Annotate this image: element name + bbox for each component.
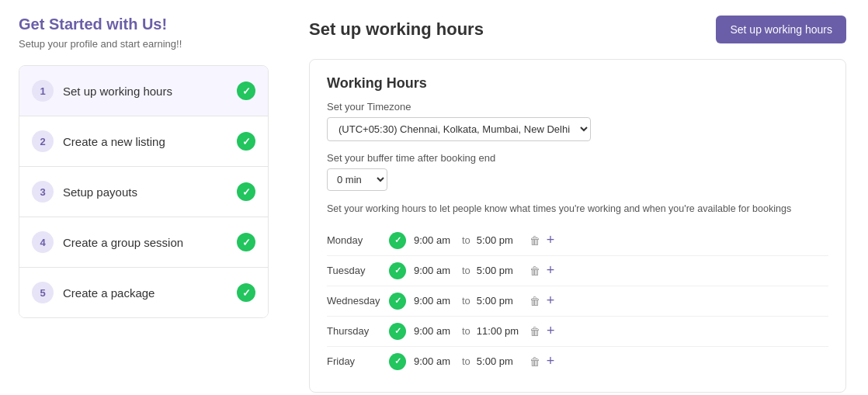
day-row-tuesday: Tuesday 9:00 am to 5:00 pm 🗑 + bbox=[327, 256, 828, 286]
start-time: 9:00 am bbox=[414, 234, 456, 246]
to-label: to bbox=[462, 234, 470, 246]
step-check-icon bbox=[237, 182, 255, 201]
day-check-icon bbox=[389, 262, 406, 279]
end-time: 5:00 pm bbox=[477, 295, 519, 307]
delete-day-icon[interactable]: 🗑 bbox=[529, 234, 540, 247]
add-time-icon[interactable]: + bbox=[547, 353, 555, 369]
step-number: 5 bbox=[32, 282, 54, 303]
day-rows-container: Monday 9:00 am to 5:00 pm 🗑 + Tuesday 9:… bbox=[327, 226, 828, 376]
day-name: Monday bbox=[327, 234, 389, 246]
step-label: Setup payouts bbox=[63, 185, 237, 199]
step-label: Create a group session bbox=[63, 236, 237, 249]
step-item-2[interactable]: 2 Create a new listing bbox=[19, 116, 268, 167]
page-title: Set up working hours bbox=[309, 19, 484, 40]
timezone-select[interactable]: (UTC+05:30) Chennai, Kolkata, Mumbai, Ne… bbox=[327, 117, 591, 141]
delete-day-icon[interactable]: 🗑 bbox=[529, 265, 540, 277]
setup-working-hours-button[interactable]: Set up working hours bbox=[716, 16, 846, 43]
buffer-label: Set your buffer time after booking end bbox=[327, 152, 828, 164]
step-item-4[interactable]: 4 Create a group session bbox=[19, 217, 268, 268]
buffer-select[interactable]: 0 min5 min10 min15 min30 min bbox=[327, 168, 387, 191]
day-check-icon bbox=[389, 323, 406, 340]
end-time: 5:00 pm bbox=[477, 234, 519, 246]
day-check-icon bbox=[389, 353, 406, 370]
left-subtitle: Setup your profile and start earning!! bbox=[19, 38, 269, 50]
step-number: 4 bbox=[32, 231, 54, 253]
add-time-icon[interactable]: + bbox=[547, 232, 555, 248]
start-time: 9:00 am bbox=[414, 295, 456, 307]
end-time: 5:00 pm bbox=[477, 265, 519, 276]
day-check-icon bbox=[389, 293, 406, 310]
add-time-icon[interactable]: + bbox=[547, 293, 555, 309]
step-label: Set up working hours bbox=[63, 85, 237, 98]
step-number: 1 bbox=[32, 80, 54, 102]
step-number: 2 bbox=[32, 130, 54, 152]
step-check-icon bbox=[237, 132, 255, 151]
day-row-friday: Friday 9:00 am to 5:00 pm 🗑 + bbox=[327, 347, 828, 376]
add-time-icon[interactable]: + bbox=[547, 262, 555, 279]
step-number: 3 bbox=[32, 181, 54, 203]
day-name: Tuesday bbox=[327, 265, 389, 276]
delete-day-icon[interactable]: 🗑 bbox=[529, 295, 540, 307]
working-hours-card: Working Hours Set your Timezone (UTC+05:… bbox=[309, 59, 846, 393]
day-row-monday: Monday 9:00 am to 5:00 pm 🗑 + bbox=[327, 226, 828, 256]
step-list: 1 Set up working hours 2 Create a new li… bbox=[19, 65, 269, 318]
day-row-wednesday: Wednesday 9:00 am to 5:00 pm 🗑 + bbox=[327, 286, 828, 317]
end-time: 11:00 pm bbox=[477, 325, 519, 337]
step-check-icon bbox=[237, 81, 255, 100]
start-time: 9:00 am bbox=[414, 355, 456, 367]
left-title: Get Started with Us! bbox=[19, 16, 269, 33]
step-label: Create a package bbox=[63, 286, 237, 300]
to-label: to bbox=[462, 295, 470, 307]
add-time-icon[interactable]: + bbox=[547, 323, 555, 339]
step-item-3[interactable]: 3 Setup payouts bbox=[19, 167, 268, 217]
step-check-icon bbox=[237, 233, 255, 251]
step-label: Create a new listing bbox=[63, 135, 237, 148]
step-check-icon bbox=[237, 283, 255, 302]
step-item-1[interactable]: 1 Set up working hours bbox=[19, 66, 268, 116]
card-title: Working Hours bbox=[327, 75, 828, 92]
day-check-icon bbox=[389, 232, 406, 249]
start-time: 9:00 am bbox=[414, 325, 456, 337]
day-row-thursday: Thursday 9:00 am to 11:00 pm 🗑 + bbox=[327, 317, 828, 347]
delete-day-icon[interactable]: 🗑 bbox=[529, 355, 540, 368]
to-label: to bbox=[462, 265, 470, 276]
hours-description: Set your working hours to let people kno… bbox=[327, 202, 828, 217]
start-time: 9:00 am bbox=[414, 265, 456, 276]
step-item-5[interactable]: 5 Create a package bbox=[19, 268, 268, 317]
end-time: 5:00 pm bbox=[477, 355, 519, 367]
left-panel: Get Started with Us! Setup your profile … bbox=[0, 0, 287, 395]
right-panel: Set up working hours Set up working hour… bbox=[287, 0, 868, 395]
to-label: to bbox=[462, 325, 470, 337]
day-name: Wednesday bbox=[327, 295, 389, 307]
day-name: Friday bbox=[327, 355, 389, 367]
delete-day-icon[interactable]: 🗑 bbox=[529, 325, 540, 338]
day-name: Thursday bbox=[327, 325, 389, 337]
timezone-label: Set your Timezone bbox=[327, 101, 828, 113]
right-header: Set up working hours Set up working hour… bbox=[309, 16, 846, 43]
to-label: to bbox=[462, 355, 470, 367]
